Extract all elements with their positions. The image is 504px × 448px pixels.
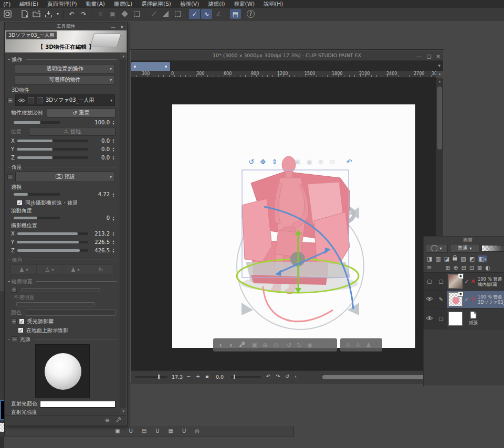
section-angle[interactable]: 角度: [8, 164, 117, 170]
light-sphere[interactable]: [45, 353, 81, 390]
register-settings-icon[interactable]: ⊕: [105, 417, 110, 424]
reset-pose-icon[interactable]: ↻: [88, 265, 113, 274]
body-pose-dropdown[interactable]: ♙▾: [37, 265, 62, 274]
redo-icon[interactable]: ↷: [78, 9, 89, 19]
object-select-dropdown[interactable]: 3Dソファ03_一人用 ▾: [15, 94, 115, 106]
perspective-value[interactable]: 4.72: [63, 191, 110, 197]
layer-thumbnail[interactable]: [448, 312, 463, 326]
rotate-right-mode-icon[interactable]: ↻: [295, 342, 303, 349]
zoom-out-icon[interactable]: −: [186, 374, 191, 379]
fit-screen-icon[interactable]: ▪: [205, 374, 209, 379]
opacity-slider[interactable]: [16, 302, 95, 306]
tab-list-chevron-icon[interactable]: ▾: [438, 63, 440, 68]
visibility-eye-icon[interactable]: [424, 296, 435, 302]
panel-scrollbar[interactable]: ▴ ▾: [120, 53, 127, 414]
new-raster-layer-icon[interactable]: ⊞: [445, 264, 450, 271]
pen-slope-icon[interactable]: ✎: [435, 296, 447, 302]
invert-selection-icon[interactable]: [119, 9, 130, 19]
rotate-ccw-icon[interactable]: ↶: [266, 374, 270, 379]
ground-button[interactable]: ⚓ 接地: [29, 127, 116, 136]
direct-light-color-swatch[interactable]: [40, 401, 116, 408]
object-mode-icon[interactable]: ⊕: [261, 342, 269, 349]
layer-row-castle[interactable]: ▢ ▢ ◆ ✓ ✕ 100 % 普通 城内部(蔵: [424, 273, 504, 291]
layer-list-options-icon[interactable]: ≡: [427, 264, 432, 271]
edit-target-toggle[interactable]: ▢: [435, 279, 447, 284]
rotation-slider-handle[interactable]: [234, 375, 235, 379]
snap-grid-icon[interactable]: ∠: [213, 9, 224, 19]
canvas-area[interactable]: ↺ ↔↕ ⇕ ↻ ▣ ◉ ⊕ ⊙ ↶: [131, 78, 436, 370]
3d-scene[interactable]: [172, 104, 415, 348]
selectable-object-dropdown[interactable]: 可選擇的物件 ▾: [15, 75, 115, 84]
layer-name[interactable]: 紙張: [469, 320, 478, 326]
scale-value[interactable]: 100.0: [63, 120, 110, 125]
pos-x-stepper[interactable]: ▴▾: [111, 138, 116, 143]
section-outline-width[interactable]: 輪廓線寬: [8, 278, 117, 285]
lock-layer-icon[interactable]: [453, 255, 457, 262]
tab-close-dot[interactable]: [165, 66, 167, 68]
menu-filter[interactable]: 濾鏡(I): [208, 1, 225, 8]
new-vector-layer-icon[interactable]: ⊕: [453, 264, 458, 271]
save-icon[interactable]: [43, 9, 54, 19]
layer-opacity-slider[interactable]: [481, 245, 504, 252]
canvas-tab-active[interactable]: [131, 62, 170, 71]
roll-value[interactable]: 0: [63, 215, 110, 221]
scroll-up-icon[interactable]: ▴: [436, 71, 443, 78]
transparent-position-dropdown[interactable]: 透明位置的操作 ▾: [15, 64, 115, 73]
prev-object-icon[interactable]: ‹: [216, 342, 225, 349]
pos-x-value[interactable]: 0.0: [91, 138, 110, 144]
section-light[interactable]: −光源: [8, 336, 117, 343]
palette-strip-icon-6[interactable]: U: [182, 428, 186, 434]
pose-preset-icon-1[interactable]: ♙: [343, 342, 352, 349]
perspective-slider[interactable]: [14, 193, 60, 196]
undo-icon[interactable]: ↶: [66, 9, 77, 19]
scroll-up-icon[interactable]: ▴: [120, 53, 127, 59]
cam-x-value[interactable]: 213.2: [91, 231, 110, 237]
layer-name[interactable]: 城内部(蔵: [478, 282, 502, 287]
section-operation[interactable]: 操作: [8, 56, 117, 63]
palette-strip-icon-1[interactable]: ▣: [115, 428, 120, 434]
tone-icon[interactable]: ▥: [435, 255, 440, 262]
zoom-slider[interactable]: [135, 376, 167, 378]
menu-view[interactable]: 檢視(V): [180, 1, 199, 8]
camera-mode-icon[interactable]: ▣: [250, 342, 259, 349]
vertical-scroll-thumb[interactable]: [437, 87, 442, 150]
object-toggle-box[interactable]: [28, 97, 34, 103]
pos-y-stepper[interactable]: ▴▾: [111, 146, 116, 152]
palette-strip-icon-7[interactable]: ◎: [195, 428, 200, 434]
mannequin-figure[interactable]: [275, 156, 309, 234]
edit-target-toggle[interactable]: ▢: [435, 316, 447, 322]
eye-icon[interactable]: [18, 98, 25, 103]
clip-studio-logo-icon[interactable]: [2, 9, 13, 19]
menu-selection[interactable]: 選擇範圍(S): [141, 1, 171, 8]
scale-stepper[interactable]: ▴▾: [111, 120, 116, 125]
object-toggle-box[interactable]: [37, 97, 43, 103]
layer-check-icon[interactable]: ✓: [465, 297, 469, 302]
rotate-cw-icon[interactable]: ↷: [276, 374, 280, 379]
expand-selection-icon[interactable]: [131, 9, 142, 19]
rotate-left-mode-icon[interactable]: ↺: [285, 342, 293, 349]
zoom-slider-handle[interactable]: [158, 375, 160, 379]
tool-property-titlebar[interactable]: 工具屬性 — ✕: [5, 23, 127, 30]
pos-z-slider[interactable]: [17, 156, 88, 159]
menu-edit[interactable]: 編輯(E): [19, 1, 38, 8]
layer-thumbnail[interactable]: ◆: [448, 292, 463, 306]
ground-shadow-checkbox[interactable]: ✓: [18, 327, 24, 333]
collapse-minus-icon[interactable]: −: [11, 318, 17, 324]
reset-rotation-icon[interactable]: ↺: [285, 374, 289, 379]
layer-kind-dropdown[interactable]: ▾: [426, 244, 448, 253]
ruler-show-icon[interactable]: ◧▾: [478, 255, 487, 262]
fill-selection-icon[interactable]: [160, 9, 171, 19]
hand-pose-dropdown[interactable]: ♟▾: [11, 265, 37, 274]
transfer-layer-icon[interactable]: ⊡: [469, 264, 474, 271]
collapse-minus-icon[interactable]: −: [11, 287, 17, 293]
layers-panel-title[interactable]: 圖層: [424, 237, 504, 243]
cam-z-value[interactable]: 426.5: [91, 248, 110, 253]
palette-strip-icon-5[interactable]: ▦: [169, 428, 173, 434]
layer-name[interactable]: 3Dソファ03_: [478, 300, 504, 305]
mask-enable-icon[interactable]: ◩: [469, 255, 475, 262]
cam-x-stepper[interactable]: ▴▾: [111, 231, 116, 236]
layer-row-3d-sofa[interactable]: ✎ ◆ ✓ ✕ 100 % 普通 3Dソファ03_: [424, 291, 504, 308]
layer-thumbnail[interactable]: ◆: [448, 274, 463, 289]
snap-special-ruler-icon[interactable]: ∿: [201, 9, 212, 19]
menu-file[interactable]: (F): [3, 1, 10, 7]
